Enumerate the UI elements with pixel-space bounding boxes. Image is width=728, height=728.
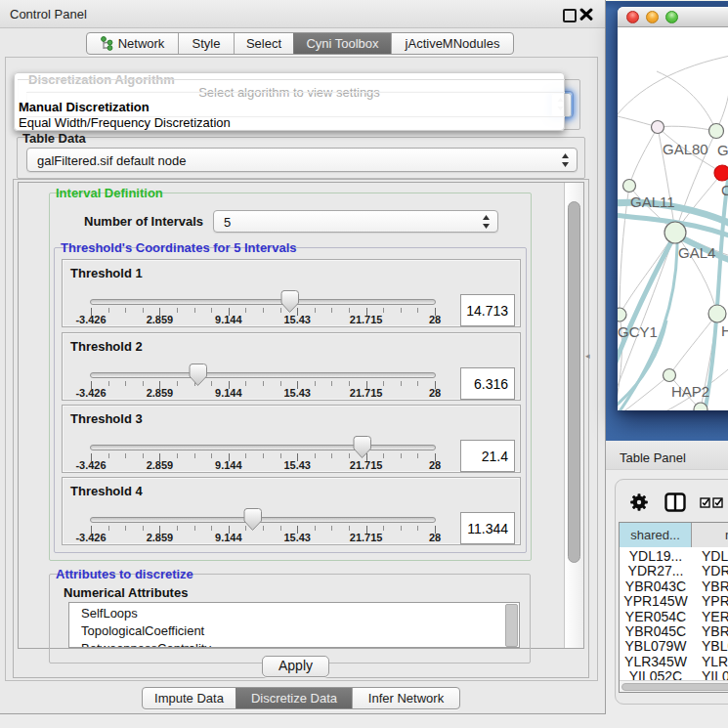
slider-ticks: [91, 453, 436, 461]
table-panel-titlebar[interactable]: Table Panel: [606, 441, 728, 470]
network-canvas[interactable]: GAL80 GA C GAL11 GAL4 GCY1 H HAP2: [618, 27, 728, 410]
slider-thumb[interactable]: [280, 290, 299, 314]
table-row[interactable]: YLR345WYLR3: [620, 654, 728, 668]
cell-name: YPR1: [702, 593, 728, 609]
zoom-traffic-light[interactable]: [665, 11, 678, 23]
threshold-value-field[interactable]: 11.344: [460, 512, 515, 544]
cell-name: YBR0: [702, 623, 728, 639]
slider-tick-label: 28: [429, 314, 441, 325]
table-row[interactable]: YDR27...YDR2: [620, 563, 728, 578]
list-item[interactable]: BetweennessCentrality: [81, 641, 211, 648]
slider-track[interactable]: [90, 372, 436, 378]
number-of-intervals-combobox[interactable]: 5: [213, 210, 498, 233]
network-window: GAL80 GA C GAL11 GAL4 GCY1 H HAP2: [618, 7, 728, 410]
threshold-panel: Threshold 4 -3.4262.8599.14415.4321.7152…: [62, 477, 521, 545]
scrollbar-thumb[interactable]: [568, 201, 580, 563]
threshold-label: Threshold 3: [70, 411, 143, 426]
threshold-panel: Threshold 3 -3.4262.8599.14415.4321.7152…: [62, 405, 521, 473]
gear-icon[interactable]: [630, 493, 648, 511]
close-traffic-light[interactable]: [626, 11, 639, 23]
slider-tick-label: 21.715: [350, 387, 383, 399]
combo-arrows-icon: [561, 152, 570, 167]
checkbox-icon[interactable]: [700, 497, 710, 508]
table-data-value: galFiltered.sif default node: [37, 152, 186, 167]
table-row[interactable]: YPR145WYPR1: [620, 593, 728, 608]
slider-tick-label: 15.43: [283, 459, 311, 471]
table-data-combobox[interactable]: galFiltered.sif default node: [26, 148, 578, 172]
slider-tick-label: 2.859: [147, 314, 174, 325]
tab-jactivemnodules[interactable]: jActiveMNodules: [391, 33, 513, 54]
list-item[interactable]: TopologicalCoefficient: [81, 623, 204, 638]
threshold-value-field[interactable]: 21.4: [460, 440, 515, 472]
column-header-shared-name[interactable]: shared...: [620, 523, 692, 547]
network-node[interactable]: [694, 403, 707, 410]
popup-item-manual-discretization[interactable]: Manual Discretization: [19, 100, 150, 114]
network-node[interactable]: [652, 121, 664, 134]
numerical-attributes-label: Numerical Attributes: [64, 585, 188, 600]
settings-vertical-scrollbar[interactable]: [564, 183, 583, 648]
slider-track[interactable]: [90, 517, 436, 523]
slider-thumb[interactable]: [243, 508, 262, 532]
network-node[interactable]: [714, 165, 728, 181]
popup-item-equal-width[interactable]: Equal Width/Frequency Discretization: [19, 115, 231, 130]
apply-button[interactable]: Apply: [262, 656, 329, 677]
network-node[interactable]: [664, 369, 676, 382]
network-window-titlebar[interactable]: [618, 7, 728, 27]
table-row[interactable]: YDL19...YDL1: [620, 548, 728, 563]
float-window-icon[interactable]: [563, 9, 577, 22]
slider-track[interactable]: [90, 299, 436, 305]
network-node[interactable]: [618, 308, 626, 321]
list-item[interactable]: SelfLoops: [81, 606, 138, 621]
window-title: Control Panel: [10, 7, 87, 21]
table-row[interactable]: YBL079WYBL0: [620, 638, 728, 653]
combo-arrows-icon: [482, 214, 491, 229]
table-row[interactable]: YER054CYER0: [620, 609, 728, 623]
cell-name: YDR2: [702, 563, 728, 578]
threshold-value-field[interactable]: 14.713: [460, 294, 515, 326]
slider-thumb[interactable]: [189, 364, 207, 387]
tab-cyni-toolbox[interactable]: Cyni Toolbox: [293, 33, 391, 54]
network-node[interactable]: [664, 222, 686, 243]
slider-tick-label: 21.715: [350, 532, 383, 543]
network-node[interactable]: [623, 180, 636, 193]
threshold-label: Threshold 2: [70, 339, 143, 354]
table-panel-title: Table Panel: [620, 450, 686, 465]
minimize-traffic-light[interactable]: [646, 11, 659, 23]
cell-shared-name: YBL079W: [620, 638, 692, 654]
threshold-value-field[interactable]: 6.316: [460, 367, 515, 400]
column-header-name[interactable]: na: [692, 523, 728, 547]
network-node[interactable]: [708, 305, 726, 322]
control-panel-titlebar[interactable]: Control Panel: [0, 0, 605, 28]
list-scrollbar-thumb[interactable]: [505, 604, 518, 647]
combo-border-ghost: [26, 116, 565, 117]
close-icon[interactable]: [579, 7, 593, 21]
table-row[interactable]: YBR045CYBR0: [620, 623, 728, 638]
slider-tick-label: 28: [429, 459, 441, 471]
slider-tick-label: -3.426: [75, 387, 106, 399]
table-row[interactable]: YBR043CYBR0: [620, 578, 728, 593]
table-horizontal-scrollbar[interactable]: [620, 680, 728, 692]
cell-shared-name: YBR045C: [620, 623, 692, 639]
cell-name: YBR0: [702, 578, 728, 594]
split-pane-grip[interactable]: ◂: [585, 352, 590, 361]
cell-shared-name: YDL19...: [620, 548, 692, 564]
tab-style[interactable]: Style: [178, 33, 234, 54]
network-node[interactable]: [709, 124, 724, 139]
tab-infer-network[interactable]: Infer Network: [352, 688, 459, 708]
tab-cyni-toolbox-label: Cyni Toolbox: [306, 36, 378, 51]
slider-tick-label: 9.144: [215, 314, 242, 325]
tab-select[interactable]: Select: [234, 33, 293, 54]
slider-tick-label: 28: [429, 532, 441, 543]
table-panel-body: shared... na YDL19...YDL1 YDR27...YDR2 Y…: [606, 470, 728, 728]
numerical-attributes-list[interactable]: SelfLoops TopologicalCoefficient Between…: [68, 602, 520, 648]
slider-thumb[interactable]: [353, 436, 371, 459]
tab-impute-data[interactable]: Impute Data: [143, 688, 236, 708]
checkbox-icon[interactable]: [712, 497, 723, 508]
cell-name: YER0: [702, 609, 728, 624]
cyni-mode-tabs: Impute Data Discretize Data Infer Networ…: [142, 687, 460, 709]
column-browser-icon[interactable]: [664, 492, 686, 512]
slider-track[interactable]: [90, 445, 436, 450]
scrollbar-thumb[interactable]: [621, 683, 728, 691]
tab-discretize-data[interactable]: Discretize Data: [236, 688, 352, 708]
tab-network[interactable]: Network: [87, 33, 178, 54]
